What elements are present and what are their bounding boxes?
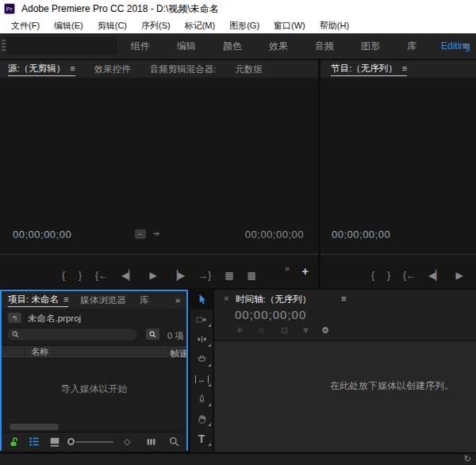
menu-edit[interactable]: 编辑(E) (49, 20, 88, 32)
tab-metadata[interactable]: 元数据 (235, 63, 263, 75)
menu-sequence[interactable]: 序列(S) (136, 20, 175, 32)
find-icon[interactable] (169, 436, 179, 447)
play-button[interactable]: ▶ (150, 270, 157, 281)
project-footer-toolbar: ◇ (2, 432, 186, 452)
overwrite-button[interactable]: ▩ (248, 270, 256, 281)
workspace-active-label[interactable]: Editing (430, 40, 476, 52)
selection-tool[interactable] (190, 290, 213, 309)
navigate-up-icon[interactable]: ↰ (8, 313, 21, 323)
go-to-in-button[interactable]: {← (403, 270, 416, 281)
track-select-forward-tool[interactable] (190, 309, 213, 329)
menu-file[interactable]: 文件(F) (6, 20, 44, 32)
project-search-row: 0 项 (2, 326, 186, 345)
step-forward-button[interactable]: ▕▶ (171, 270, 185, 281)
snap-icon[interactable]: ∩ (258, 325, 264, 335)
workspace-menu-icon[interactable]: ≡ (463, 40, 469, 52)
search-icon (12, 331, 19, 338)
panel-grip-icon[interactable] (2, 40, 6, 52)
column-frame-rate[interactable]: 帧速率 (167, 348, 186, 359)
workspace-tab-audio[interactable]: 音频 (301, 40, 347, 53)
search-input[interactable] (22, 330, 125, 340)
program-seek-bar[interactable] (321, 254, 476, 255)
ripple-edit-icon (196, 334, 208, 344)
scrollbar-thumb[interactable] (10, 424, 59, 430)
slip-tool[interactable]: ↔ (190, 369, 213, 389)
menu-bar: 文件(F) 编辑(E) 剪辑(C) 序列(S) 标记(M) 图形(G) 窗口(W… (0, 17, 476, 33)
workspace-tab-color[interactable]: 颜色 (209, 40, 255, 53)
sort-icon[interactable]: ◇ (124, 436, 130, 447)
program-transport: { } {← ◀▏ ▶ (371, 265, 463, 286)
mark-out-button[interactable]: } (387, 270, 390, 281)
step-back-button[interactable]: ◀▏ (428, 270, 443, 281)
panel-menu-icon[interactable]: ≡ (402, 63, 407, 73)
events-indicator-icon[interactable]: ↻ (464, 454, 471, 464)
horizontal-scrollbar (2, 422, 186, 432)
tab-media-browser[interactable]: 媒体浏览器 (80, 294, 126, 306)
menu-window[interactable]: 窗口(W) (269, 20, 310, 32)
pen-icon (197, 394, 207, 405)
workspace-tab-effects[interactable]: 效果 (255, 40, 301, 53)
automate-to-sequence-icon[interactable] (146, 436, 157, 447)
go-to-in-button[interactable]: {← (95, 270, 108, 281)
type-tool[interactable]: T (190, 428, 213, 448)
tab-program[interactable]: 节目:（无序列）≡ (331, 63, 407, 76)
menu-clip[interactable]: 剪辑(C) (93, 20, 132, 32)
tab-timeline[interactable]: 时间轴:（无序列） (236, 294, 311, 306)
tab-project[interactable]: 项目: 未命名≡ (8, 294, 68, 307)
source-tab-row: 源:（无剪辑）≡ 效果控件 音频剪辑混合器: 元数据 (0, 60, 318, 78)
workspace-tab-libraries[interactable]: 库 (393, 40, 430, 53)
timeline-timecode: 00;00;00;00 (235, 308, 306, 321)
ripple-edit-tool[interactable] (190, 329, 213, 349)
panel-menu-icon[interactable]: ≡ (70, 63, 75, 73)
transport-overflow-icon[interactable]: » (285, 263, 290, 273)
program-current-timecode: 00;00;00;00 (332, 229, 390, 240)
nested-sequence-icon[interactable]: ✳ (236, 325, 243, 336)
project-writable-lock-icon[interactable] (10, 436, 20, 448)
timeline-settings-wrench-icon[interactable]: ⚙ (321, 325, 329, 336)
zoom-slider-track[interactable] (75, 441, 113, 443)
razor-tool[interactable] (190, 349, 213, 369)
project-item-list[interactable]: 导入媒体以开始 (2, 359, 186, 422)
mark-out-button[interactable]: } (79, 270, 82, 281)
source-seek-bar[interactable] (0, 254, 318, 255)
source-duration-timecode: 00;00;00;00 (245, 229, 304, 240)
icon-view-icon[interactable] (49, 436, 60, 448)
item-count-label: 0 项 (167, 330, 184, 342)
pen-tool[interactable] (190, 389, 213, 409)
mark-in-button[interactable]: { (62, 270, 65, 281)
workspace-tab-editing[interactable]: 编辑 (163, 40, 209, 53)
linked-selection-icon[interactable]: ⊡ (281, 325, 288, 336)
source-transport: { } {← ◀▏ ▶ ▕▶ →} ▦ ▩ (0, 265, 318, 286)
tab-overflow-icon[interactable]: » (175, 295, 180, 305)
play-button[interactable]: ▶ (456, 270, 463, 281)
list-view-icon[interactable] (29, 436, 40, 447)
menu-marker[interactable]: 标记(M) (180, 20, 221, 32)
add-marker-icon[interactable]: ▼ (301, 325, 310, 335)
menu-help[interactable]: 帮助(H) (315, 20, 354, 32)
mark-in-button[interactable]: { (371, 270, 374, 281)
workspace-tab-assembly[interactable]: 组件 (117, 40, 163, 53)
folder-search-icon[interactable] (146, 329, 159, 340)
search-field[interactable] (6, 328, 138, 341)
zoom-level-select[interactable]: − (135, 229, 146, 239)
step-back-button[interactable]: ◀▏ (121, 270, 136, 281)
zoom-slider-knob[interactable] (67, 438, 75, 445)
tab-audio-clip-mixer[interactable]: 音频剪辑混合器: (150, 63, 217, 75)
project-filename: 未命名.prproj (28, 313, 81, 325)
close-panel-icon[interactable]: × (224, 294, 228, 303)
tab-libraries[interactable]: 库 (140, 294, 149, 306)
panel-menu-icon[interactable]: ≡ (63, 294, 68, 304)
hand-icon (197, 413, 207, 425)
tab-source[interactable]: 源:（无剪辑）≡ (8, 63, 75, 76)
menu-graphics[interactable]: 图形(G) (225, 20, 264, 32)
playback-resolution-icon[interactable]: ↠ (152, 229, 159, 239)
status-bar: ↻ (0, 453, 476, 465)
go-to-out-button[interactable]: →} (198, 270, 211, 281)
column-name[interactable]: 名称 (25, 346, 48, 358)
button-editor-add-icon[interactable]: + (301, 264, 309, 278)
panel-menu-icon[interactable]: ≡ (341, 294, 346, 303)
hand-tool[interactable] (190, 409, 213, 428)
workspace-tab-graphics[interactable]: 图形 (347, 40, 393, 53)
tab-effect-controls[interactable]: 效果控件 (94, 63, 131, 75)
insert-button[interactable]: ▦ (225, 270, 233, 281)
